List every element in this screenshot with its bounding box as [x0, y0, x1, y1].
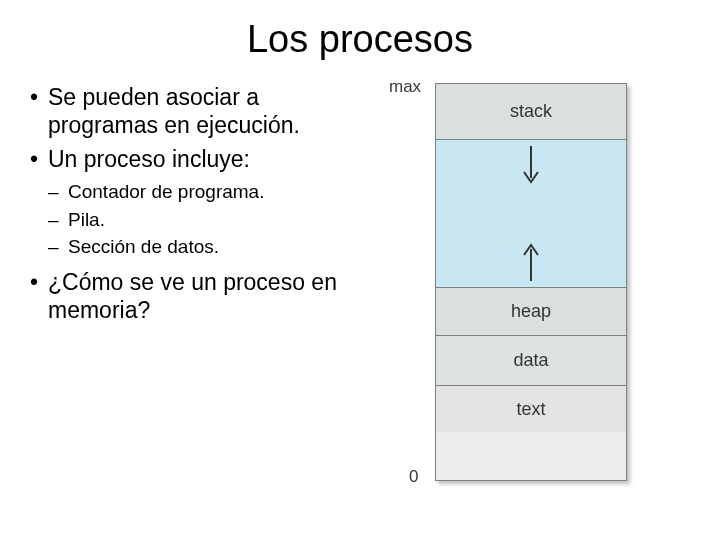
bullet-item: Un proceso incluye:: [28, 145, 367, 173]
sub-bullet-item: Sección de datos.: [28, 234, 367, 260]
bullet-list: Se pueden asociar a programas en ejecuci…: [28, 83, 367, 324]
sub-bullet-list: Contador de programa. Pila. Sección de d…: [28, 179, 367, 260]
text-column: Se pueden asociar a programas en ejecuci…: [0, 83, 375, 483]
slide: Los procesos Se pueden asociar a program…: [0, 0, 720, 540]
bullet-item: Se pueden asociar a programas en ejecuci…: [28, 83, 367, 139]
sub-bullet-item: Contador de programa.: [28, 179, 367, 205]
arrow-down-icon: [521, 144, 541, 186]
segment-text: text: [436, 386, 626, 432]
bullet-item: ¿Cómo se ve un proceso en memoria?: [28, 268, 367, 324]
slide-title: Los procesos: [0, 0, 720, 61]
segment-free: [436, 140, 626, 288]
segment-stack: stack: [436, 84, 626, 140]
memory-column: stack heap data text: [435, 83, 627, 481]
segment-data: data: [436, 336, 626, 386]
axis-label-max: max: [389, 77, 421, 97]
sub-bullet-item: Pila.: [28, 207, 367, 233]
axis-label-zero: 0: [409, 467, 418, 487]
content-row: Se pueden asociar a programas en ejecuci…: [0, 83, 720, 483]
memory-diagram: max 0 stack heap data text: [375, 83, 695, 483]
arrow-up-icon: [521, 241, 541, 283]
segment-heap: heap: [436, 288, 626, 336]
